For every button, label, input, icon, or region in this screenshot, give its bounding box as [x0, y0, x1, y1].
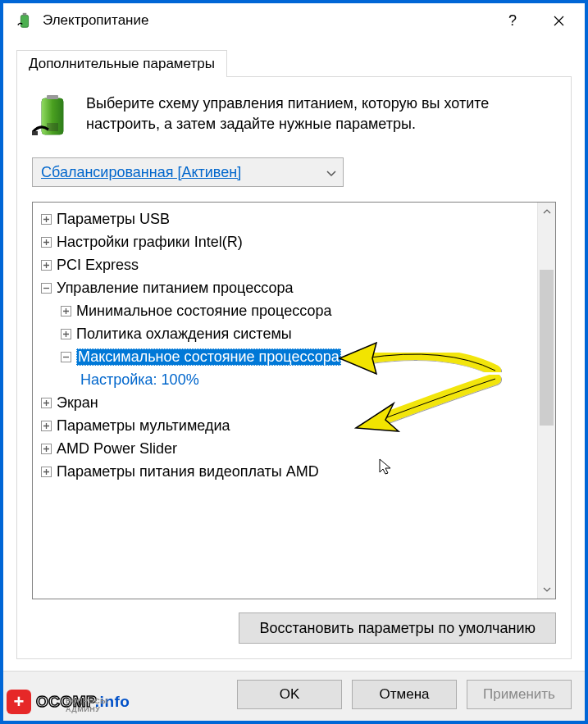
apply-button[interactable]: Применить [467, 680, 572, 709]
scroll-thumb[interactable] [540, 270, 554, 426]
expand-icon[interactable] [41, 444, 52, 454]
tree-item[interactable]: PCI Express [41, 253, 534, 276]
tree-item-label: Минимальное состояние процессора [76, 303, 331, 320]
tree-item[interactable]: Параметры мультимедиа [41, 414, 534, 437]
tree-item-label: Настройки графики Intel(R) [57, 234, 243, 251]
ok-button[interactable]: OK [237, 680, 342, 709]
scroll-track[interactable] [538, 221, 555, 581]
svg-rect-6 [32, 131, 38, 135]
expand-icon[interactable] [41, 214, 52, 225]
svg-rect-4 [47, 95, 58, 99]
expand-icon[interactable] [41, 467, 52, 477]
svg-rect-5 [47, 123, 58, 131]
battery-large-icon [32, 93, 71, 139]
tree-item-label: AMD Power Slider [57, 440, 177, 458]
tree-item-label: Максимальное состояние процессора [76, 348, 341, 366]
expand-icon[interactable] [41, 237, 52, 248]
close-button[interactable] [536, 3, 581, 38]
tree-item-label: Политика охлаждения системы [76, 326, 292, 343]
tree-item-label: Экран [57, 394, 98, 412]
tree-item[interactable]: Параметры питания видеоплаты AMD [41, 460, 534, 483]
tree-item[interactable]: Минимальное состояние процессора [41, 299, 534, 322]
expand-icon[interactable] [41, 421, 52, 431]
scroll-up-button[interactable] [538, 203, 555, 221]
tree-item[interactable]: Экран [41, 391, 534, 414]
watermark-subtitle: ВОПРОСЫ АДМИНУ [66, 697, 130, 713]
tree-item-label: Параметры питания видеоплаты AMD [57, 463, 319, 480]
collapse-icon[interactable] [61, 352, 71, 362]
instruction-text: Выберите схему управления питанием, кото… [86, 93, 556, 139]
settings-tree: Параметры USBНастройки графики Intel(R)P… [32, 202, 556, 599]
watermark: + OCOMP.info ВОПРОСЫ АДМИНУ [7, 690, 130, 714]
tree-item-label: PCI Express [57, 257, 139, 274]
expand-icon[interactable] [41, 260, 52, 271]
watermark-badge-icon: + [7, 690, 31, 714]
tree-item[interactable]: Управление питанием процессора [41, 276, 534, 299]
expand-icon[interactable] [41, 398, 52, 408]
collapse-icon[interactable] [41, 283, 52, 294]
tree-item-label: Параметры USB [57, 211, 170, 228]
tree-item[interactable]: Политика охлаждения системы [41, 322, 534, 345]
titlebar: Электропитание ? [3, 3, 585, 38]
expand-icon[interactable] [61, 306, 71, 316]
tree-viewport: Параметры USBНастройки графики Intel(R)P… [33, 203, 537, 599]
svg-rect-1 [23, 13, 27, 16]
scroll-down-button[interactable] [538, 581, 555, 599]
battery-icon [15, 11, 34, 30]
tree-item[interactable]: Параметры USB [41, 207, 534, 230]
tabstrip: Дополнительные параметры [16, 49, 572, 76]
tree-item[interactable]: AMD Power Slider [41, 437, 534, 460]
setting-value-line[interactable]: Настройка: 100% [41, 368, 534, 391]
svg-rect-0 [21, 16, 28, 28]
restore-defaults-button[interactable]: Восстановить параметры по умолчанию [239, 612, 556, 644]
tree-item[interactable]: Настройки графики Intel(R) [41, 230, 534, 253]
chevron-down-icon [326, 164, 336, 181]
help-button[interactable]: ? [490, 3, 536, 38]
cancel-button[interactable]: Отмена [352, 680, 457, 709]
expand-icon[interactable] [61, 329, 71, 339]
window-title: Электропитание [43, 12, 490, 29]
tree-item-label: Параметры мультимедиа [57, 417, 230, 435]
tab-panel: Выберите схему управления питанием, кото… [16, 76, 572, 659]
instruction-row: Выберите схему управления питанием, кото… [32, 93, 556, 139]
content-area: Дополнительные параметры Выберите схему … [3, 38, 585, 671]
scrollbar[interactable] [537, 203, 555, 599]
power-options-dialog: Электропитание ? Дополнительные параметр… [3, 3, 585, 721]
tree-item[interactable]: Максимальное состояние процессора [41, 345, 534, 368]
tree-item-label: Управление питанием процессора [57, 280, 293, 297]
plan-selected-label: Сбалансированная [Активен] [41, 164, 241, 181]
power-plan-select[interactable]: Сбалансированная [Активен] [32, 157, 344, 187]
tab-advanced[interactable]: Дополнительные параметры [16, 50, 227, 77]
